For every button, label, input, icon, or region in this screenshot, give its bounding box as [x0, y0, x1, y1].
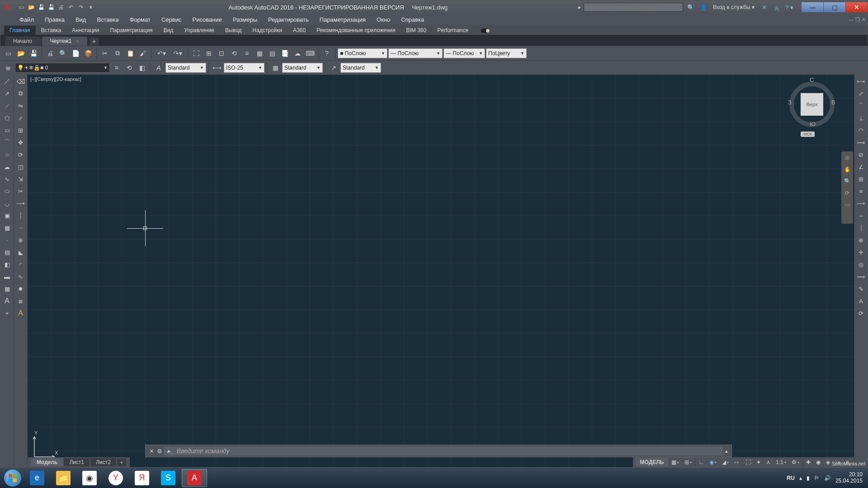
break-at-point-icon[interactable]: ┊ [15, 210, 27, 221]
clock[interactable]: 20:1025.04.2015 [835, 472, 863, 483]
dim-break-icon[interactable]: ┊ [855, 222, 867, 234]
tab-view[interactable]: Вид [158, 26, 179, 35]
center-mark-icon[interactable]: ✛ [855, 246, 867, 258]
taskbar-autocad[interactable]: A [182, 469, 207, 487]
menu-file[interactable]: Файл [14, 15, 39, 24]
ucs-badge[interactable]: МСК [801, 131, 815, 137]
save-file-icon[interactable]: 💾 [28, 47, 39, 59]
qat-more-icon[interactable]: ▾ [86, 3, 95, 12]
doc-close-icon[interactable]: ✕ [862, 17, 866, 23]
model-space-button[interactable]: МОДЕЛЬ [636, 458, 669, 466]
taskbar-ie[interactable]: e [24, 469, 50, 487]
scale-dropdown[interactable]: 1:1▾ [774, 458, 788, 466]
new-file-icon[interactable]: ▭ [2, 47, 14, 59]
pedit-icon[interactable]: A [15, 307, 27, 319]
tray-arrow-icon[interactable]: ▴ [799, 475, 802, 481]
tab-annotate[interactable]: Аннотации [66, 26, 104, 35]
pan2-icon[interactable]: ✋ [843, 165, 852, 174]
tab-layout1[interactable]: Лист1 [64, 458, 90, 466]
mirror-icon[interactable]: ⇋ [15, 100, 27, 112]
fillet-icon[interactable]: ◜ [15, 258, 27, 270]
menu-help[interactable]: Справка [396, 15, 429, 24]
erase-icon[interactable]: ⌫ [15, 75, 27, 87]
cmdline-history-icon[interactable]: ▲ [723, 449, 730, 454]
menu-draw[interactable]: Рисование [187, 15, 227, 24]
open-file-icon[interactable]: 📂 [15, 47, 27, 59]
add-layout-button[interactable]: ＋ [117, 459, 126, 466]
color-dropdown[interactable]: ■ ПоСлою▼ [338, 48, 387, 58]
taskbar-yandex[interactable]: Y [103, 469, 128, 487]
a360-icon[interactable]: ◬ [772, 2, 782, 12]
menu-format[interactable]: Формат [124, 15, 156, 24]
dim-baseline-icon[interactable]: ≡ [855, 185, 867, 197]
move-icon[interactable]: ✥ [15, 136, 27, 148]
help-icon[interactable]: ? ▾ [784, 2, 794, 12]
textstyle-icon[interactable]: A [153, 62, 165, 74]
textstyle-dropdown[interactable]: Standard▼ [165, 63, 206, 73]
tab-parametric[interactable]: Параметризация [104, 26, 158, 35]
rotate-icon[interactable]: ⟳ [15, 149, 27, 160]
make-block-icon[interactable]: ▦ [1, 222, 13, 234]
viewcube[interactable]: Верх С Ю В З МСК [787, 77, 837, 141]
menu-view[interactable]: Вид [70, 15, 92, 24]
stretch-icon[interactable]: ⇲ [15, 173, 27, 185]
rectangle-icon[interactable]: ▭ [1, 124, 13, 136]
scale-icon[interactable]: ◫ [15, 161, 27, 173]
taskbar-skype[interactable]: S [156, 469, 181, 487]
tab-bim360[interactable]: BIM 360 [401, 26, 432, 35]
dimstyle-dropdown[interactable]: ISO-25▼ [224, 63, 264, 73]
menu-window[interactable]: Окно [371, 15, 396, 24]
tablestyle-icon[interactable]: ▦ [269, 62, 281, 74]
line-icon[interactable]: ／ [1, 75, 13, 87]
dim-space-icon[interactable]: ↔ [855, 210, 867, 221]
doc-minimize-icon[interactable]: — [849, 17, 854, 23]
draworder-icon[interactable]: ≣ [15, 295, 27, 307]
dim-radius-icon[interactable]: ◠ [855, 124, 867, 136]
paste-icon[interactable]: 📋 [124, 47, 136, 59]
gradient-icon[interactable]: ◧ [1, 258, 13, 270]
taskbar-yandex2[interactable]: Я [129, 469, 155, 487]
tab-drawing1[interactable]: Чертеж1✕ [42, 37, 87, 46]
dim-jogged-icon[interactable]: ⟿ [855, 136, 867, 148]
tab-performance[interactable]: Performance [432, 26, 474, 35]
point-icon[interactable]: · [1, 234, 13, 246]
tray-flag-icon[interactable]: 🏳 [814, 475, 820, 481]
showmotion-icon[interactable]: ▭ [843, 200, 852, 209]
tray-network-icon[interactable]: ▮ [807, 475, 810, 481]
circle-icon[interactable]: ○ [1, 149, 13, 160]
osnap-toggle-icon[interactable]: ▫▾ [732, 458, 741, 466]
ellipse-arc-icon[interactable]: ◡ [1, 197, 13, 209]
layer-previous-icon[interactable]: ⟲ [123, 62, 135, 74]
dim-diameter-icon[interactable]: ⊘ [855, 149, 867, 160]
pan-icon[interactable]: ⛶ [190, 47, 202, 59]
chamfer-icon[interactable]: ◣ [15, 246, 27, 258]
doc-restore-icon[interactable]: ❐ [855, 17, 860, 23]
cmdline-close-icon[interactable]: ✕ [147, 448, 156, 455]
viewcube-east[interactable]: В [831, 99, 835, 106]
menu-modify[interactable]: Редактировать [263, 15, 314, 24]
properties-icon[interactable]: ≡ [241, 47, 253, 59]
mleaderstyle-icon[interactable]: ↗ [328, 62, 340, 74]
taskbar-chrome[interactable]: ◉ [77, 469, 102, 487]
zoom-window-icon[interactable]: ⊡ [216, 47, 227, 59]
print-icon[interactable]: 🖨 [57, 3, 66, 12]
offset-icon[interactable]: ⫽ [15, 112, 27, 124]
break-icon[interactable]: ┈ [15, 222, 27, 234]
tolerance-icon[interactable]: ⊕ [855, 234, 867, 246]
plot-preview-icon[interactable]: 🔍 [57, 47, 69, 59]
plotstyle-dropdown[interactable]: ПоЦвету▼ [486, 48, 527, 58]
xline-icon[interactable]: ↗ [1, 88, 13, 99]
dim-continue-icon[interactable]: ⟶ [855, 197, 867, 209]
autocad-logo-icon[interactable]: A [0, 0, 14, 14]
inspect-icon[interactable]: ◎ [855, 258, 867, 270]
tab-model[interactable]: Модель [31, 458, 63, 466]
table-icon[interactable]: ▦ [1, 283, 13, 295]
viewcube-north[interactable]: С [810, 76, 814, 83]
grid-toggle-icon[interactable]: ▦▾ [669, 458, 681, 466]
annotation-monitor-icon[interactable]: ✚ [804, 458, 813, 466]
quickcalc-icon[interactable]: ⌨ [304, 47, 316, 59]
layer-isolate-icon[interactable]: ◧ [136, 62, 148, 74]
viewport-label[interactable]: [–][Сверху][2D-каркас] [30, 76, 81, 82]
match-props-icon[interactable]: 🖌 [137, 47, 149, 59]
tab-close-icon[interactable]: ✕ [75, 39, 79, 44]
